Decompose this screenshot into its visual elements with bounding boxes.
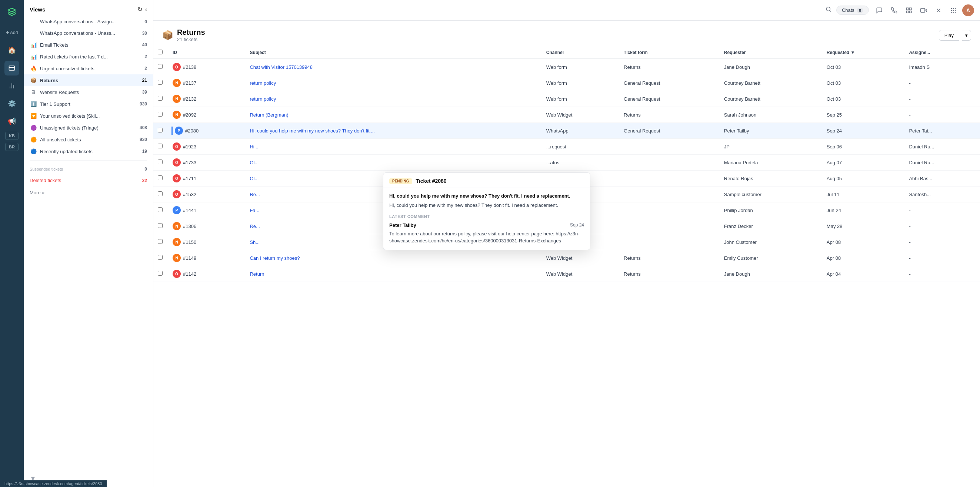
- row-checkbox[interactable]: [153, 202, 168, 218]
- settings-icon[interactable]: ⚙️: [5, 96, 19, 111]
- row-checkbox[interactable]: [153, 234, 168, 250]
- row-id: P #2080: [168, 123, 245, 139]
- chats-label: Chats: [842, 7, 854, 13]
- table-row[interactable]: N #2132 return policy Web form General R…: [153, 91, 980, 107]
- video-icon[interactable]: [918, 5, 930, 16]
- table-row-highlighted[interactable]: P #2080 Hi, could you help me with my ne…: [153, 123, 980, 139]
- row-checkbox[interactable]: [153, 91, 168, 107]
- view-title: Returns: [177, 28, 205, 36]
- sidebar-item-rated-tickets[interactable]: 📊 Rated tickets from the last 7 d... 2: [24, 51, 153, 63]
- play-button[interactable]: Play: [939, 30, 959, 41]
- row-subject[interactable]: Can I return my shoes?: [245, 250, 541, 266]
- table-row[interactable]: N #1149 Can I return my shoes? Web Widge…: [153, 250, 980, 266]
- sidebar-item-recently-updated[interactable]: 🔵 Recently updated tickets 19: [24, 146, 153, 157]
- popup-header: PENDING Ticket #2080: [383, 173, 590, 188]
- row-checkbox[interactable]: [153, 250, 168, 266]
- sidebar-item-unassigned-triage[interactable]: 🟣 Unassigned tickets (Triage) 408: [24, 122, 153, 133]
- br-button[interactable]: BR: [5, 143, 19, 151]
- row-requester: Emily Customer: [720, 250, 822, 266]
- phone-icon[interactable]: [888, 5, 900, 16]
- table-row[interactable]: O #1142 Return Web Widget Returns Jane D…: [153, 266, 980, 282]
- row-id: O #1923: [168, 139, 245, 155]
- sidebar-item-returns[interactable]: 📦 Returns 21: [24, 75, 153, 86]
- row-checkbox[interactable]: [153, 139, 168, 155]
- play-dropdown-button[interactable]: ▾: [962, 30, 971, 41]
- row-subject[interactable]: Chat with Visitor 1570139948: [245, 59, 541, 75]
- campaigns-icon[interactable]: 📢: [5, 114, 19, 129]
- sidebar-item-unsolved-skill[interactable]: 🔽 Your unsolved tickets [Skil...: [24, 110, 153, 122]
- sidebar-item-count: 39: [142, 90, 147, 95]
- sidebar-item-email-tickets[interactable]: 📊 Email Tickets 40: [24, 39, 153, 51]
- select-all-checkbox[interactable]: [158, 49, 162, 54]
- close-icon[interactable]: [932, 5, 945, 16]
- row-id: P #1441: [168, 202, 245, 218]
- sidebar-item-all-unsolved[interactable]: 🟠 All unsolved tickets 930: [24, 133, 153, 146]
- svg-point-9: [953, 8, 954, 9]
- row-subject[interactable]: Ol...: [245, 155, 541, 171]
- popup-body: Hi, could you help me with my new shoes?…: [383, 188, 590, 250]
- row-checkbox[interactable]: [153, 107, 168, 123]
- sidebar-item-urgent-unresolved[interactable]: 🔥 Urgent unresolved tickets 2: [24, 63, 153, 75]
- kb-button[interactable]: KB: [5, 132, 19, 140]
- row-requested: Apr 08: [822, 234, 905, 250]
- avatar[interactable]: A: [962, 5, 974, 16]
- col-channel: Channel: [542, 47, 619, 59]
- row-checkbox[interactable]: [153, 59, 168, 75]
- row-checkbox[interactable]: [153, 123, 168, 139]
- refresh-icon[interactable]: ↻: [137, 6, 142, 13]
- sidebar-item-tier1[interactable]: 1️⃣ Tier 1 Support 930: [24, 98, 153, 110]
- table-row[interactable]: O #1923 Hi... ...request JP Sep 06 Danie…: [153, 139, 980, 155]
- row-subject[interactable]: return policy: [245, 91, 541, 107]
- sidebar-item-whatsapp-assigned[interactable]: WhatsApp conversations - Assign... 0: [24, 16, 153, 27]
- filter-icon: 🔽: [30, 113, 37, 119]
- tickets-icon[interactable]: [5, 61, 19, 76]
- row-requested: Sep 24: [822, 123, 905, 139]
- col-requested: Requested ▼: [822, 47, 905, 59]
- row-assignee: Daniel Ru...: [904, 155, 980, 171]
- row-checkbox[interactable]: [153, 266, 168, 282]
- row-requested: Aug 05: [822, 171, 905, 187]
- search-icon[interactable]: [825, 6, 832, 14]
- table-row[interactable]: N #2137 return policy Web form General R…: [153, 75, 980, 91]
- row-checkbox[interactable]: [153, 155, 168, 171]
- reporting-icon[interactable]: [5, 78, 19, 93]
- row-checkbox[interactable]: [153, 187, 168, 202]
- chats-button[interactable]: Chats 0: [836, 6, 869, 15]
- table-row[interactable]: O #1733 Ol... ...atus Mariana Portela Au…: [153, 155, 980, 171]
- table-row[interactable]: O #2138 Chat with Visitor 1570139948 Web…: [153, 59, 980, 75]
- row-requester: Phillip Jordan: [720, 202, 822, 218]
- chat-icon[interactable]: [873, 5, 885, 16]
- row-subject[interactable]: Hi, could you help me with my new shoes?…: [245, 123, 541, 139]
- sidebar-item-whatsapp-unassigned[interactable]: WhatsApp conversations - Unass... 30: [24, 27, 153, 39]
- row-form: General Request: [619, 75, 720, 91]
- deleted-label: Deleted tickets: [30, 178, 139, 183]
- home-icon[interactable]: 🏠: [5, 43, 19, 58]
- row-subject[interactable]: Hi...: [245, 139, 541, 155]
- sidebar-item-label: All unsolved tickets: [40, 137, 137, 143]
- grid-icon[interactable]: [903, 5, 915, 16]
- recently-updated-icon: 🔵: [30, 148, 37, 154]
- sidebar-item-suspended[interactable]: Suspended tickets 0: [24, 163, 153, 174]
- row-subject[interactable]: return policy: [245, 75, 541, 91]
- table-row[interactable]: N #2092 Return (Bergman) Web Widget Retu…: [153, 107, 980, 123]
- row-checkbox[interactable]: [153, 218, 168, 234]
- sidebar-item-label: Email Tickets: [40, 42, 139, 48]
- sidebar-item-count: 930: [140, 102, 147, 106]
- apps-icon[interactable]: [947, 5, 959, 16]
- sidebar-item-deleted[interactable]: Deleted tickets 22: [24, 174, 153, 186]
- view-title-text: Returns 21 tickets: [177, 28, 205, 42]
- row-checkbox[interactable]: [153, 171, 168, 187]
- col-assignee: Assigne...: [904, 47, 980, 59]
- sidebar-item-website-requests[interactable]: 🖥 Website Requests 39: [24, 86, 153, 98]
- add-button[interactable]: + Add: [5, 25, 19, 40]
- row-form: General Request: [619, 91, 720, 107]
- ticket-type-badge: N: [173, 79, 181, 87]
- svg-point-1: [826, 7, 830, 11]
- row-checkbox[interactable]: [153, 75, 168, 91]
- logo-icon[interactable]: [5, 5, 19, 19]
- row-subject[interactable]: Return (Bergman): [245, 107, 541, 123]
- row-subject[interactable]: Return: [245, 266, 541, 282]
- more-link[interactable]: More »: [24, 186, 153, 199]
- collapse-icon[interactable]: ‹: [145, 6, 147, 13]
- row-requested: Aug 07: [822, 155, 905, 171]
